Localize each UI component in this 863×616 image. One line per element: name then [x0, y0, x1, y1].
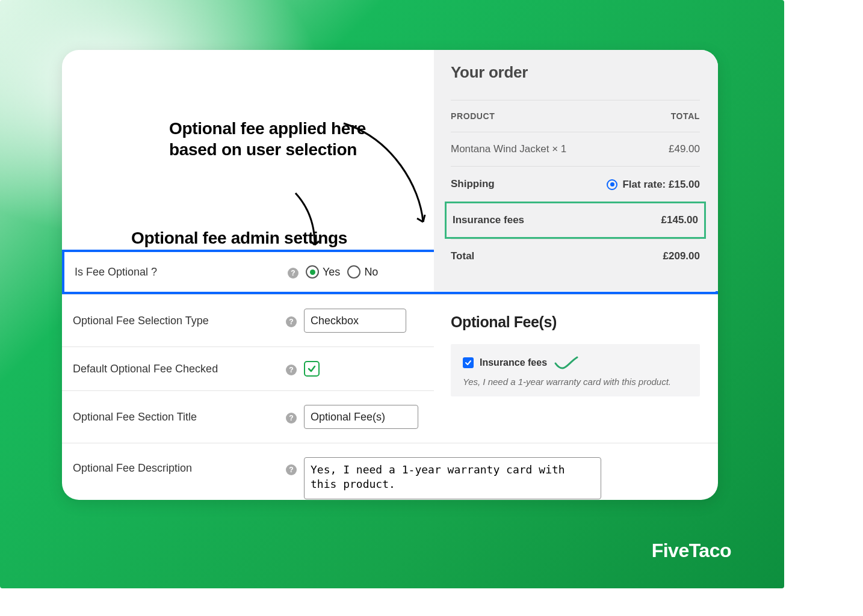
selection-type-select[interactable]: Checkbox — [304, 309, 406, 333]
handdrawn-check-icon — [553, 355, 580, 371]
arrow-to-order — [339, 115, 435, 235]
order-insurance-row: Insurance fees £145.00 — [445, 202, 706, 239]
row-description: Optional Fee Description ? — [62, 443, 718, 500]
section-title-input[interactable]: Optional Fee(s) — [304, 405, 418, 429]
help-icon[interactable]: ? — [286, 364, 299, 375]
is-optional-yes-radio[interactable]: Yes — [306, 265, 340, 279]
order-total-row: Total £209.00 — [451, 239, 700, 273]
order-title: Your order — [451, 63, 700, 82]
section-title-value: Optional Fee(s) — [311, 411, 385, 424]
optional-fee-checkbox[interactable] — [463, 357, 474, 368]
radio-yes-label: Yes — [323, 266, 340, 279]
order-summary: Your order Product Total Montana Wind Ja… — [434, 50, 718, 291]
is-fee-optional-label: Is Fee Optional ? — [75, 266, 288, 279]
order-header-row: Product Total — [451, 100, 700, 132]
optional-fee-note: Yes, I need a 1-year warranty card with … — [463, 377, 688, 387]
order-head-total: Total — [671, 111, 700, 121]
shipping-option-label: Flat rate: £15.00 — [622, 179, 700, 191]
shipping-option-radio[interactable]: Flat rate: £15.00 — [607, 179, 700, 191]
optional-fee-item: Insurance fees Yes, I need a 1-year warr… — [451, 344, 700, 396]
help-icon[interactable]: ? — [286, 316, 299, 327]
order-insurance-value: £145.00 — [661, 214, 698, 226]
optional-fees-heading: Optional Fee(s) — [451, 313, 700, 331]
order-total-label: Total — [451, 250, 663, 262]
is-optional-no-radio[interactable]: No — [347, 265, 378, 279]
order-product-total: £49.00 — [669, 143, 700, 155]
order-product-name: Montana Wind Jacket × 1 — [451, 143, 669, 155]
optional-fee-name: Insurance fees — [480, 357, 547, 368]
order-table: Product Total Montana Wind Jacket × 1 £4… — [451, 100, 700, 273]
description-textarea[interactable] — [304, 457, 601, 499]
help-icon[interactable]: ? — [286, 412, 299, 424]
selection-type-label: Optional Fee Selection Type — [73, 315, 286, 327]
help-icon[interactable]: ? — [286, 458, 299, 475]
help-icon[interactable]: ? — [288, 267, 301, 279]
order-insurance-label: Insurance fees — [453, 214, 661, 226]
selection-type-value: Checkbox — [311, 315, 359, 327]
optional-fees-block: Optional Fee(s) Insurance fees Yes, I ne… — [434, 311, 718, 412]
radio-no-label: No — [364, 266, 378, 279]
order-total-value: £209.00 — [663, 250, 700, 262]
default-checked-label: Default Optional Fee Checked — [73, 363, 286, 375]
brand-watermark: FiveTaco — [652, 540, 731, 562]
arrow-to-admin — [291, 189, 327, 252]
screenshot-card: Optional fee applied here based on user … — [62, 50, 718, 500]
order-product-row: Montana Wind Jacket × 1 £49.00 — [451, 132, 700, 166]
order-head-product: Product — [451, 111, 671, 121]
section-title-label: Optional Fee Section Title — [73, 411, 286, 424]
annotation-top: Optional fee applied here based on user … — [169, 118, 366, 160]
order-shipping-label: Shipping — [451, 178, 607, 190]
order-shipping-row: Shipping Flat rate: £15.00 — [451, 166, 700, 202]
default-checked-checkbox[interactable] — [304, 361, 320, 377]
page-root: Optional fee applied here based on user … — [0, 0, 784, 588]
description-label: Optional Fee Description — [73, 457, 286, 475]
